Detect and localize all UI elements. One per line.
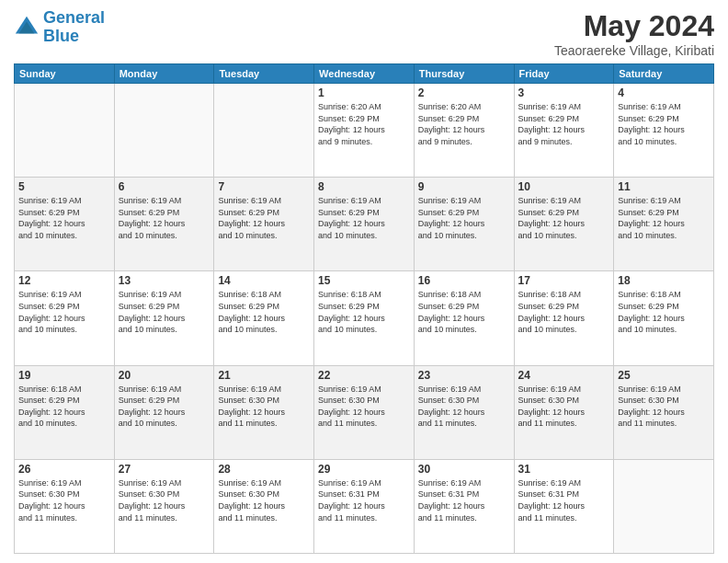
calendar-cell: 13Sunrise: 6:19 AM Sunset: 6:29 PM Dayli… bbox=[114, 271, 214, 365]
day-number: 13 bbox=[119, 274, 210, 287]
calendar-cell: 16Sunrise: 6:18 AM Sunset: 6:29 PM Dayli… bbox=[414, 271, 514, 365]
month-title: May 2024 bbox=[554, 9, 714, 43]
day-number: 7 bbox=[218, 180, 310, 193]
weekday-header-cell: Tuesday bbox=[214, 64, 314, 84]
day-number: 24 bbox=[518, 369, 610, 382]
day-info: Sunrise: 6:19 AM Sunset: 6:29 PM Dayligh… bbox=[618, 101, 710, 147]
logo: General Blue bbox=[14, 9, 105, 46]
day-info: Sunrise: 6:19 AM Sunset: 6:29 PM Dayligh… bbox=[18, 195, 110, 241]
calendar-cell: 9Sunrise: 6:19 AM Sunset: 6:29 PM Daylig… bbox=[414, 178, 514, 271]
day-number: 6 bbox=[119, 180, 210, 193]
calendar-week-row: 19Sunrise: 6:18 AM Sunset: 6:29 PM Dayli… bbox=[15, 365, 714, 459]
calendar-cell: 2Sunrise: 6:20 AM Sunset: 6:29 PM Daylig… bbox=[414, 84, 514, 178]
calendar-cell bbox=[614, 459, 714, 553]
logo-icon bbox=[14, 15, 40, 40]
calendar-cell: 5Sunrise: 6:19 AM Sunset: 6:29 PM Daylig… bbox=[15, 178, 115, 271]
location-title: Teaoraereke Village, Kiribati bbox=[554, 43, 714, 58]
calendar-cell: 31Sunrise: 6:19 AM Sunset: 6:31 PM Dayli… bbox=[514, 459, 614, 553]
day-number: 5 bbox=[18, 180, 110, 193]
day-info: Sunrise: 6:19 AM Sunset: 6:30 PM Dayligh… bbox=[119, 477, 210, 523]
day-number: 21 bbox=[218, 369, 310, 382]
day-info: Sunrise: 6:19 AM Sunset: 6:29 PM Dayligh… bbox=[18, 289, 110, 335]
day-number: 15 bbox=[318, 274, 410, 287]
calendar-cell: 23Sunrise: 6:19 AM Sunset: 6:30 PM Dayli… bbox=[414, 365, 514, 459]
calendar-cell: 3Sunrise: 6:19 AM Sunset: 6:29 PM Daylig… bbox=[514, 84, 614, 178]
day-info: Sunrise: 6:18 AM Sunset: 6:29 PM Dayligh… bbox=[518, 289, 610, 335]
calendar-cell: 21Sunrise: 6:19 AM Sunset: 6:30 PM Dayli… bbox=[214, 365, 314, 459]
calendar-cell: 30Sunrise: 6:19 AM Sunset: 6:31 PM Dayli… bbox=[414, 459, 514, 553]
day-number: 29 bbox=[318, 463, 410, 476]
calendar-cell: 8Sunrise: 6:19 AM Sunset: 6:29 PM Daylig… bbox=[314, 178, 415, 271]
day-info: Sunrise: 6:19 AM Sunset: 6:31 PM Dayligh… bbox=[418, 477, 510, 523]
day-info: Sunrise: 6:19 AM Sunset: 6:30 PM Dayligh… bbox=[18, 477, 110, 523]
day-number: 28 bbox=[218, 463, 310, 476]
day-info: Sunrise: 6:18 AM Sunset: 6:29 PM Dayligh… bbox=[618, 289, 710, 335]
calendar-cell: 19Sunrise: 6:18 AM Sunset: 6:29 PM Dayli… bbox=[15, 365, 115, 459]
calendar-cell: 1Sunrise: 6:20 AM Sunset: 6:29 PM Daylig… bbox=[314, 84, 415, 178]
weekday-header-cell: Sunday bbox=[15, 64, 115, 84]
calendar-cell: 25Sunrise: 6:19 AM Sunset: 6:30 PM Dayli… bbox=[614, 365, 714, 459]
calendar-cell: 20Sunrise: 6:19 AM Sunset: 6:29 PM Dayli… bbox=[114, 365, 214, 459]
day-info: Sunrise: 6:18 AM Sunset: 6:29 PM Dayligh… bbox=[418, 289, 510, 335]
calendar-week-row: 26Sunrise: 6:19 AM Sunset: 6:30 PM Dayli… bbox=[15, 459, 714, 553]
day-number: 1 bbox=[318, 86, 410, 99]
logo-text: General Blue bbox=[43, 9, 105, 46]
calendar-cell: 29Sunrise: 6:19 AM Sunset: 6:31 PM Dayli… bbox=[314, 459, 415, 553]
day-number: 31 bbox=[518, 463, 610, 476]
weekday-header-cell: Thursday bbox=[414, 64, 514, 84]
day-info: Sunrise: 6:19 AM Sunset: 6:30 PM Dayligh… bbox=[618, 384, 710, 430]
day-info: Sunrise: 6:20 AM Sunset: 6:29 PM Dayligh… bbox=[418, 101, 510, 147]
weekday-header-cell: Saturday bbox=[614, 64, 714, 84]
calendar-cell: 17Sunrise: 6:18 AM Sunset: 6:29 PM Dayli… bbox=[514, 271, 614, 365]
day-number: 26 bbox=[18, 463, 110, 476]
day-number: 8 bbox=[318, 180, 410, 193]
day-info: Sunrise: 6:20 AM Sunset: 6:29 PM Dayligh… bbox=[318, 101, 410, 147]
day-number: 9 bbox=[418, 180, 510, 193]
day-info: Sunrise: 6:19 AM Sunset: 6:29 PM Dayligh… bbox=[418, 195, 510, 241]
day-number: 22 bbox=[318, 369, 410, 382]
weekday-header: SundayMondayTuesdayWednesdayThursdayFrid… bbox=[15, 64, 714, 84]
day-info: Sunrise: 6:19 AM Sunset: 6:29 PM Dayligh… bbox=[618, 195, 710, 241]
day-info: Sunrise: 6:19 AM Sunset: 6:29 PM Dayligh… bbox=[119, 289, 210, 335]
calendar-cell: 26Sunrise: 6:19 AM Sunset: 6:30 PM Dayli… bbox=[15, 459, 115, 553]
day-number: 14 bbox=[218, 274, 310, 287]
calendar-table: SundayMondayTuesdayWednesdayThursdayFrid… bbox=[14, 63, 714, 554]
calendar-cell: 28Sunrise: 6:19 AM Sunset: 6:30 PM Dayli… bbox=[214, 459, 314, 553]
calendar-cell: 14Sunrise: 6:18 AM Sunset: 6:29 PM Dayli… bbox=[214, 271, 314, 365]
day-info: Sunrise: 6:19 AM Sunset: 6:31 PM Dayligh… bbox=[318, 477, 410, 523]
day-number: 2 bbox=[418, 86, 510, 99]
calendar-cell: 7Sunrise: 6:19 AM Sunset: 6:29 PM Daylig… bbox=[214, 178, 314, 271]
day-number: 3 bbox=[518, 86, 610, 99]
calendar-cell: 10Sunrise: 6:19 AM Sunset: 6:29 PM Dayli… bbox=[514, 178, 614, 271]
day-info: Sunrise: 6:18 AM Sunset: 6:29 PM Dayligh… bbox=[318, 289, 410, 335]
calendar-cell: 27Sunrise: 6:19 AM Sunset: 6:30 PM Dayli… bbox=[114, 459, 214, 553]
calendar-week-row: 5Sunrise: 6:19 AM Sunset: 6:29 PM Daylig… bbox=[15, 178, 714, 271]
calendar-cell: 11Sunrise: 6:19 AM Sunset: 6:29 PM Dayli… bbox=[614, 178, 714, 271]
day-number: 30 bbox=[418, 463, 510, 476]
day-number: 25 bbox=[618, 369, 710, 382]
day-info: Sunrise: 6:19 AM Sunset: 6:30 PM Dayligh… bbox=[318, 384, 410, 430]
day-info: Sunrise: 6:19 AM Sunset: 6:31 PM Dayligh… bbox=[518, 477, 610, 523]
day-number: 27 bbox=[119, 463, 210, 476]
calendar-cell: 12Sunrise: 6:19 AM Sunset: 6:29 PM Dayli… bbox=[15, 271, 115, 365]
weekday-header-cell: Monday bbox=[114, 64, 214, 84]
day-info: Sunrise: 6:19 AM Sunset: 6:29 PM Dayligh… bbox=[119, 384, 210, 430]
calendar-cell: 22Sunrise: 6:19 AM Sunset: 6:30 PM Dayli… bbox=[314, 365, 415, 459]
day-info: Sunrise: 6:19 AM Sunset: 6:30 PM Dayligh… bbox=[218, 477, 310, 523]
day-number: 10 bbox=[518, 180, 610, 193]
calendar-cell bbox=[114, 84, 214, 178]
day-info: Sunrise: 6:19 AM Sunset: 6:30 PM Dayligh… bbox=[518, 384, 610, 430]
title-block: May 2024 Teaoraereke Village, Kiribati bbox=[554, 9, 714, 58]
calendar-cell: 24Sunrise: 6:19 AM Sunset: 6:30 PM Dayli… bbox=[514, 365, 614, 459]
day-number: 19 bbox=[18, 369, 110, 382]
calendar-body: 1Sunrise: 6:20 AM Sunset: 6:29 PM Daylig… bbox=[15, 84, 714, 554]
calendar-cell bbox=[15, 84, 115, 178]
calendar-week-row: 12Sunrise: 6:19 AM Sunset: 6:29 PM Dayli… bbox=[15, 271, 714, 365]
day-number: 11 bbox=[618, 180, 710, 193]
day-info: Sunrise: 6:19 AM Sunset: 6:30 PM Dayligh… bbox=[218, 384, 310, 430]
weekday-header-cell: Wednesday bbox=[314, 64, 415, 84]
calendar-cell bbox=[214, 84, 314, 178]
calendar-cell: 4Sunrise: 6:19 AM Sunset: 6:29 PM Daylig… bbox=[614, 84, 714, 178]
page: General Blue May 2024 Teaoraereke Villag… bbox=[0, 0, 728, 563]
day-number: 23 bbox=[418, 369, 510, 382]
